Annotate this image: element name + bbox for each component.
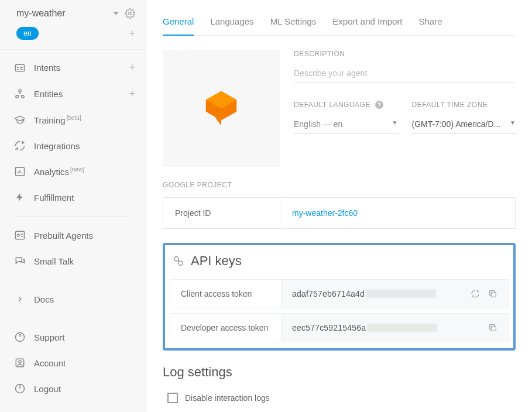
language-badge[interactable]: en: [16, 27, 39, 40]
client-token-row: Client access token adaf757eb6714a4d: [170, 279, 509, 308]
project-id-label: Project ID: [163, 198, 280, 228]
sidebar-item-prebuilt[interactable]: Prebuilt Agents: [0, 222, 146, 248]
log-settings-title: Log settings: [163, 365, 516, 380]
sidebar-item-smalltalk[interactable]: Small Talk: [0, 248, 146, 274]
developer-token-label: Developer access token: [170, 314, 282, 342]
client-token-value: adaf757eb6714a4d: [292, 289, 365, 298]
project-dropdown-icon[interactable]: [113, 12, 119, 15]
sidebar-item-label: Support: [34, 332, 65, 342]
tab-share[interactable]: Share: [419, 8, 442, 35]
developer-token-value: eec577c59215456a: [292, 323, 366, 332]
smalltalk-icon: [14, 255, 26, 267]
sidebar-item-label: Analytics[new]: [34, 166, 84, 177]
svg-rect-6: [16, 231, 25, 239]
tab-languages[interactable]: Languages: [210, 8, 253, 35]
sidebar-item-label: Small Talk: [34, 256, 74, 266]
token-blur: [367, 324, 437, 332]
sidebar-item-label: Training[beta]: [34, 115, 81, 125]
svg-rect-15: [491, 326, 496, 331]
sidebar-item-logout[interactable]: Logout: [0, 376, 146, 401]
copy-icon[interactable]: [488, 323, 497, 332]
log-settings-section: Log settings Disable interaction logs DA…: [163, 365, 516, 412]
copy-icon[interactable]: [488, 289, 497, 298]
sidebar-item-support[interactable]: Support: [0, 324, 146, 350]
project-name[interactable]: my-weather: [16, 8, 66, 19]
sidebar-item-label: Docs: [34, 294, 54, 304]
sidebar-item-label: Account: [34, 358, 66, 368]
default-language-select[interactable]: English — en: [294, 115, 398, 134]
prebuilt-icon: [14, 229, 26, 241]
api-keys-title: API keys: [191, 253, 242, 269]
svg-rect-1: [16, 64, 25, 71]
developer-token-row: Developer access token eec577c59215456a: [170, 313, 509, 342]
svg-point-10: [19, 360, 21, 363]
sidebar: my-weather en + Intents: [0, 0, 146, 412]
svg-rect-14: [491, 292, 496, 297]
chevron-right-icon: [14, 293, 26, 305]
sidebar-item-label: Entities: [34, 89, 63, 99]
regenerate-icon[interactable]: [471, 289, 480, 298]
api-keys-section: API keys Client access token adaf757eb67…: [163, 243, 516, 351]
add-intent-icon[interactable]: +: [129, 61, 135, 74]
sidebar-item-analytics[interactable]: Analytics[new]: [0, 159, 146, 184]
training-icon: [14, 114, 26, 126]
description-input[interactable]: [294, 64, 516, 83]
default-timezone-label: DEFAULT TIME ZONE: [412, 101, 516, 109]
default-language-label: DEFAULT LANGUAGE ?: [294, 101, 398, 109]
svg-point-7: [18, 234, 19, 236]
svg-point-13: [179, 261, 183, 265]
entities-icon: [14, 88, 26, 100]
svg-point-4: [22, 95, 24, 98]
token-blur: [366, 290, 436, 298]
analytics-icon: [14, 166, 26, 177]
disable-logs-checkbox[interactable]: [167, 393, 178, 403]
svg-point-2: [19, 90, 21, 92]
client-token-label: Client access token: [170, 280, 282, 308]
add-language-icon[interactable]: +: [129, 28, 135, 40]
svg-point-12: [174, 257, 179, 261]
tab-ml-settings[interactable]: ML Settings: [270, 8, 317, 35]
disable-logs-label: Disable interaction logs: [185, 393, 270, 403]
agent-logo[interactable]: [163, 50, 280, 167]
sidebar-item-fulfillment[interactable]: Fulfillment: [0, 184, 146, 210]
default-timezone-select[interactable]: (GMT-7:00) America/D...: [412, 115, 516, 134]
agent-section: DESCRIPTION DEFAULT LANGUAGE ? English —…: [163, 50, 516, 167]
gear-icon[interactable]: [125, 8, 135, 19]
sidebar-item-label: Integrations: [34, 141, 80, 151]
fulfillment-icon: [14, 191, 26, 203]
nav-divider: [14, 216, 132, 217]
sidebar-item-label: Prebuilt Agents: [34, 231, 93, 241]
sidebar-item-account[interactable]: Account: [0, 350, 146, 376]
project-id-link[interactable]: my-weather-2fc60: [292, 208, 358, 218]
tabs: General Languages ML Settings Export and…: [163, 0, 516, 36]
svg-point-3: [16, 95, 18, 98]
sidebar-item-docs[interactable]: Docs: [0, 286, 146, 312]
google-project-label: GOOGLE PROJECT: [163, 181, 516, 189]
main-content: General Languages ML Settings Export and…: [146, 0, 532, 412]
sidebar-item-integrations[interactable]: Integrations: [0, 133, 146, 159]
tab-export-import[interactable]: Export and Import: [332, 8, 402, 35]
add-entity-icon[interactable]: +: [129, 88, 135, 100]
sidebar-item-training[interactable]: Training[beta]: [0, 107, 146, 133]
sidebar-item-label: Intents: [34, 63, 60, 73]
sidebar-item-label: Fulfillment: [34, 193, 74, 202]
sidebar-item-intents[interactable]: Intents +: [0, 54, 146, 81]
keys-icon: [172, 255, 185, 267]
dialogflow-logo-icon: [201, 88, 242, 129]
account-icon: [14, 357, 26, 369]
intents-icon: [14, 62, 26, 74]
help-icon[interactable]: ?: [375, 101, 383, 109]
description-label: DESCRIPTION: [294, 50, 516, 58]
sidebar-item-entities[interactable]: Entities +: [0, 81, 146, 107]
nav-divider: [14, 280, 132, 280]
integrations-icon: [14, 140, 26, 152]
logout-icon: [14, 383, 26, 394]
svg-point-0: [129, 12, 132, 15]
google-project-table: Project ID my-weather-2fc60: [163, 197, 516, 229]
support-icon: [14, 331, 26, 343]
sidebar-item-label: Logout: [34, 384, 61, 394]
tab-general[interactable]: General: [163, 8, 194, 36]
